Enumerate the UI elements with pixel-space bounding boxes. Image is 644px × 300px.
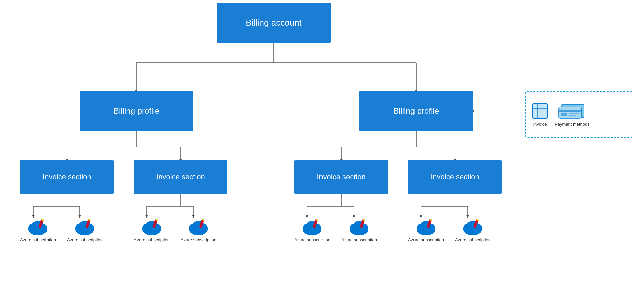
callout-payment-item: Payment methods: [555, 102, 590, 127]
azure-sub-label-8: Azure subscription: [455, 237, 491, 242]
svg-rect-116: [538, 109, 542, 113]
azure-icon-7: [414, 216, 438, 236]
svg-rect-122: [559, 107, 581, 118]
azure-sub-8: Azure subscription: [455, 216, 491, 242]
svg-rect-114: [542, 104, 547, 108]
connector-lines: [0, 0, 644, 300]
azure-sub-3: Azure subscription: [134, 216, 170, 242]
invoice-section-3-node: Invoice section: [294, 160, 388, 194]
svg-rect-119: [538, 113, 542, 118]
azure-sub-1: Azure subscription: [20, 216, 56, 242]
azure-icon-8: [461, 216, 485, 236]
azure-sub-label-5: Azure subscription: [294, 237, 330, 242]
azure-icon-3: [140, 216, 164, 236]
invoice-label: Invoice: [533, 122, 547, 127]
svg-rect-123: [559, 110, 581, 112]
svg-rect-120: [542, 113, 547, 118]
invoice-section-4-node: Invoice section: [408, 160, 502, 194]
payment-methods-icon: [557, 102, 587, 120]
invoice-section-1-node: Invoice section: [20, 160, 114, 194]
svg-rect-118: [533, 113, 537, 118]
diagram-container: Billing account Billing profile Billing …: [0, 0, 644, 300]
azure-icon-4: [186, 216, 210, 236]
svg-rect-115: [533, 109, 537, 113]
payment-methods-label: Payment methods: [555, 122, 590, 127]
azure-sub-4: Azure subscription: [181, 216, 216, 242]
svg-rect-124: [561, 113, 567, 116]
billing-profile-left-node: Billing profile: [80, 91, 193, 131]
azure-icon-6: [347, 216, 371, 236]
azure-sub-6: Azure subscription: [341, 216, 377, 242]
callout-box: Invoice Payment methods: [525, 91, 632, 138]
azure-icon-2: [73, 216, 97, 236]
svg-rect-117: [542, 109, 547, 113]
azure-sub-label-4: Azure subscription: [181, 237, 216, 242]
azure-sub-label-6: Azure subscription: [341, 237, 377, 242]
azure-sub-label-7: Azure subscription: [408, 237, 444, 242]
billing-profile-right-node: Billing profile: [359, 91, 473, 131]
azure-sub-label-1: Azure subscription: [20, 237, 56, 242]
azure-sub-7: Azure subscription: [408, 216, 444, 242]
callout-invoice-item: Invoice: [531, 102, 549, 127]
svg-rect-112: [533, 104, 537, 108]
invoice-icon: [531, 102, 549, 120]
svg-rect-113: [538, 104, 542, 108]
billing-account-node: Billing account: [217, 3, 331, 43]
azure-sub-5: Azure subscription: [294, 216, 330, 242]
invoice-section-2-node: Invoice section: [134, 160, 227, 194]
azure-icon-5: [300, 216, 324, 236]
azure-sub-label-3: Azure subscription: [134, 237, 170, 242]
azure-sub-label-2: Azure subscription: [67, 237, 103, 242]
azure-icon-1: [26, 216, 50, 236]
azure-sub-2: Azure subscription: [67, 216, 103, 242]
